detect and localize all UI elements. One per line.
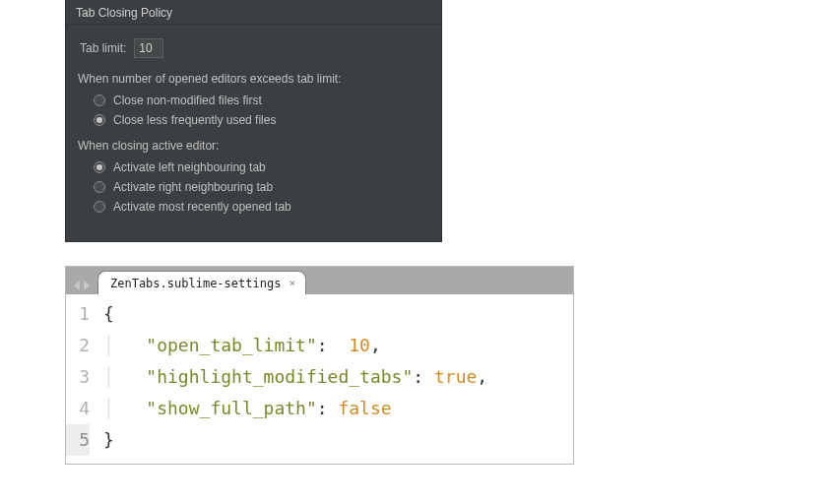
panel-body: Tab limit: When number of opened editors… (66, 25, 441, 241)
line-number: 2 (66, 330, 90, 361)
tab-label: ZenTabs.sublime-settings (110, 277, 281, 290)
tab-limit-label: Tab limit: (80, 41, 126, 55)
code-brace-open: { (103, 303, 114, 324)
tab-limit-row: Tab limit: (78, 32, 429, 68)
closing-options: Activate left neighbouring tab Activate … (78, 158, 429, 221)
opt-label: Activate most recently opened tab (113, 200, 291, 214)
line-number: 1 (66, 298, 90, 330)
opt-label: Close non-modified files first (113, 94, 262, 107)
tab-zentabs-settings[interactable]: ZenTabs.sublime-settings × (97, 271, 306, 294)
code-key: "open_tab_limit" (146, 335, 316, 355)
exceed-heading: When number of opened editors exceeds ta… (78, 68, 429, 92)
line-number: 3 (66, 361, 90, 393)
tab-bar: ZenTabs.sublime-settings × (66, 267, 573, 294)
code-brace-close: } (103, 429, 114, 450)
line-gutter: 1 2 3 4 5 (66, 298, 97, 464)
closing-heading: When closing active editor: (78, 135, 429, 158)
opt-activate-left[interactable]: Activate left neighbouring tab (94, 160, 429, 174)
tab-limit-input[interactable] (134, 38, 163, 58)
code-editor: ZenTabs.sublime-settings × 1 2 3 4 5 { │… (65, 266, 574, 465)
tab-closing-policy-panel: Tab Closing Policy Tab limit: When numbe… (65, 0, 442, 242)
line-number: 5 (66, 424, 90, 456)
close-icon[interactable]: × (289, 277, 295, 289)
opt-close-less-frequent[interactable]: Close less frequently used files (94, 113, 429, 127)
panel-title: Tab Closing Policy (66, 0, 441, 25)
opt-activate-right[interactable]: Activate right neighbouring tab (94, 180, 429, 194)
chevron-left-icon[interactable] (74, 281, 80, 290)
radio-icon (94, 201, 105, 213)
opt-label: Activate left neighbouring tab (113, 160, 266, 174)
code-area[interactable]: 1 2 3 4 5 { │ "open_tab_limit": 10, │ "h… (66, 294, 573, 464)
chevron-right-icon[interactable] (84, 281, 90, 290)
radio-icon (94, 114, 105, 126)
opt-close-nonmodified[interactable]: Close non-modified files first (94, 94, 429, 107)
opt-activate-recent[interactable]: Activate most recently opened tab (94, 200, 429, 214)
opt-label: Close less frequently used files (113, 113, 276, 127)
code-val: true (434, 366, 477, 387)
code-val: 10 (349, 335, 370, 355)
code-key: "show_full_path" (146, 398, 316, 418)
radio-icon (94, 94, 105, 106)
radio-icon (94, 161, 105, 173)
line-number: 4 (66, 393, 90, 424)
code-content[interactable]: { │ "open_tab_limit": 10, │ "highlight_m… (97, 298, 487, 464)
code-val: false (338, 398, 391, 418)
code-key: "highlight_modified_tabs" (146, 366, 413, 387)
exceed-options: Close non-modified files first Close les… (78, 92, 429, 135)
radio-icon (94, 181, 105, 193)
tab-nav-arrows (66, 281, 97, 294)
opt-label: Activate right neighbouring tab (113, 180, 273, 194)
